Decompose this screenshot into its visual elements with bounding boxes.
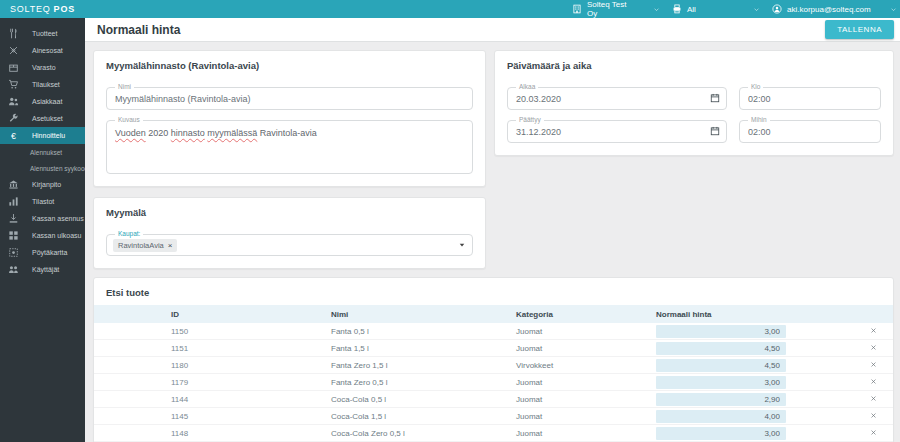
price-input[interactable] xyxy=(656,376,786,389)
warehouse-icon xyxy=(8,62,19,73)
remove-product-button[interactable] xyxy=(861,429,885,438)
grid-icon xyxy=(8,230,19,241)
sidebar-item-label: Tilaukset xyxy=(32,81,60,88)
table-row: 1179 Fanta Zero 0,5 l Juomat xyxy=(94,374,893,391)
product-id: 1145 xyxy=(171,412,331,421)
sidebar-item-label: Tuotteet xyxy=(32,30,57,37)
remove-product-button[interactable] xyxy=(861,395,885,404)
sidebar-item-p-yt-kartta[interactable]: Pöytäkartta xyxy=(0,244,85,261)
close-icon xyxy=(870,412,877,421)
start-date-input[interactable] xyxy=(508,88,726,109)
close-icon xyxy=(870,429,877,438)
product-category: Juomat xyxy=(516,429,656,438)
wrench-icon xyxy=(8,113,19,124)
user-menu[interactable]: aki.korpua@solteq.com xyxy=(766,4,894,14)
end-time-input[interactable] xyxy=(740,121,880,142)
name-input[interactable] xyxy=(107,88,472,109)
remove-product-button[interactable] xyxy=(861,412,885,421)
start-time-input[interactable] xyxy=(740,88,880,109)
close-icon xyxy=(870,395,877,404)
store-chip: RavintolaAvia × xyxy=(113,239,177,252)
table-map-icon xyxy=(8,247,19,258)
name-field: Nimi xyxy=(106,87,473,110)
store-card: Myymälä Kaupat: RavintolaAvia × xyxy=(93,197,486,269)
sidebar-subitem-alennukset[interactable]: Alennukset xyxy=(0,144,85,160)
product-id: 1150 xyxy=(171,327,331,336)
chip-remove-icon[interactable]: × xyxy=(168,242,173,250)
product-name: Coca-Cola 0,5 l xyxy=(331,395,516,404)
sidebar-item-asetukset[interactable]: Asetukset xyxy=(0,110,85,127)
sidebar-item-tilastot[interactable]: Tilastot xyxy=(0,193,85,210)
sidebar-item-hinnoittelu[interactable]: €Hinnoittelu xyxy=(0,127,85,144)
customers-icon xyxy=(8,96,19,107)
end-date-label: Päättyy xyxy=(516,117,544,124)
end-date-input[interactable] xyxy=(508,121,726,142)
sidebar-item-kassan-ulkoasu[interactable]: Kassan ulkoasu xyxy=(0,227,85,244)
sidebar-item-label: Varasto xyxy=(32,64,56,71)
price-input[interactable] xyxy=(656,359,786,372)
table-row: 1144 Coca-Cola 0,5 l Juomat xyxy=(94,391,893,408)
sidebar-item-ainesosat[interactable]: Ainesosat xyxy=(0,42,85,59)
product-category: Juomat xyxy=(516,344,656,353)
sidebar-item-label: Asetukset xyxy=(32,115,63,122)
caret-down-icon xyxy=(458,241,466,249)
sidebar-subitem-alennusten-syykoodit[interactable]: Alennusten syykoodit xyxy=(0,160,85,176)
remove-product-button[interactable] xyxy=(861,327,885,336)
product-category: Juomat xyxy=(516,395,656,404)
price-input[interactable] xyxy=(656,410,786,423)
cart-icon xyxy=(8,79,19,90)
name-field-label: Nimi xyxy=(115,84,134,91)
end-date-field: Päättyy xyxy=(507,120,727,143)
sidebar-nav: TuotteetAinesosatVarastoTilauksetAsiakka… xyxy=(0,18,85,278)
app-logo: SOLTEQ POS xyxy=(0,0,85,18)
sidebar-item-label: Ainesosat xyxy=(32,47,63,54)
sidebar-item-label: Asiakkaat xyxy=(32,98,62,105)
sidebar-item-kassan-asennus[interactable]: Kassan asennus xyxy=(0,210,85,227)
end-time-field: Mihin xyxy=(739,120,881,143)
register-name: All xyxy=(687,5,734,14)
sidebar-item-tuotteet[interactable]: Tuotteet xyxy=(0,25,85,42)
remove-product-button[interactable] xyxy=(861,378,885,387)
description-textarea[interactable]: Vuoden 2020 hinnasto myymälässä Ravintol… xyxy=(107,121,472,173)
chevron-down-icon xyxy=(890,6,897,13)
close-icon xyxy=(870,378,877,387)
price-input[interactable] xyxy=(656,325,786,338)
calendar-icon[interactable] xyxy=(710,126,720,136)
product-name: Fanta 1,5 l xyxy=(331,344,516,353)
company-name: Solteq Test Oy xyxy=(587,0,634,18)
calendar-icon[interactable] xyxy=(710,93,720,103)
sidebar-item-label: Pöytäkartta xyxy=(32,249,67,256)
product-name: Coca-Cola Zero 0,5 l xyxy=(331,429,516,438)
sidebar-item-asiakkaat[interactable]: Asiakkaat xyxy=(0,93,85,110)
price-input[interactable] xyxy=(656,393,786,406)
end-time-label: Mihin xyxy=(748,117,770,124)
price-input[interactable] xyxy=(656,342,786,355)
company-selector[interactable]: Solteq Test Oy xyxy=(566,0,666,18)
product-id: 1180 xyxy=(171,361,331,370)
description-field-label: Kuvaus xyxy=(115,117,143,124)
start-date-label: Alkaa xyxy=(516,84,538,91)
stores-select[interactable]: Kaupat: RavintolaAvia × xyxy=(106,234,473,256)
download-icon xyxy=(8,213,19,224)
register-selector[interactable]: All xyxy=(666,4,766,14)
sidebar-item-kirjanpito[interactable]: Kirjanpito xyxy=(0,176,85,193)
product-name: Fanta 0,5 l xyxy=(331,327,516,336)
pricelist-card-title: Myymälähinnasto (Ravintola-avia) xyxy=(94,51,485,73)
start-time-field: Klo xyxy=(739,87,881,110)
sidebar-item-label: Kassan asennus xyxy=(32,215,84,222)
brand-name: SOLTEQ xyxy=(10,4,51,14)
building-icon xyxy=(572,4,582,14)
save-button[interactable]: TALLENNA xyxy=(825,20,894,39)
remove-product-button[interactable] xyxy=(861,344,885,353)
sidebar-item-k-ytt-j-t[interactable]: Käyttäjät xyxy=(0,261,85,278)
close-icon xyxy=(870,361,877,370)
stores-field-label: Kaupat: xyxy=(115,231,143,238)
remove-product-button[interactable] xyxy=(861,361,885,370)
column-header-price: Normaali hinta xyxy=(656,310,786,319)
price-input[interactable] xyxy=(656,427,786,440)
product-id: 1144 xyxy=(171,395,331,404)
description-field: Kuvaus Vuoden 2020 hinnasto myymälässä R… xyxy=(106,120,473,174)
product-name: Fanta Zero 0,5 l xyxy=(331,378,516,387)
sidebar-item-varasto[interactable]: Varasto xyxy=(0,59,85,76)
sidebar-item-tilaukset[interactable]: Tilaukset xyxy=(0,76,85,93)
